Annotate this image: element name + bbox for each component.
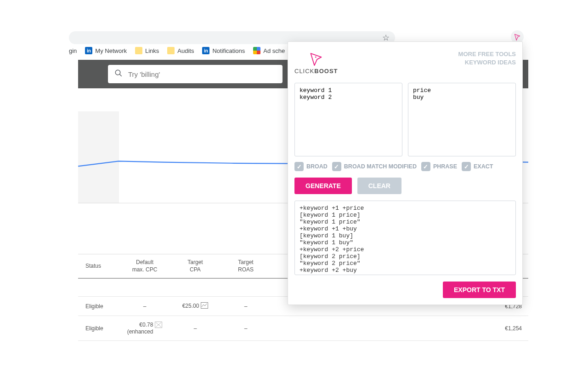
export-button[interactable]: EXPORT TO TXT	[443, 282, 516, 298]
generate-button[interactable]: GENERATE	[294, 178, 352, 194]
col-target-roas[interactable]: TargetROAS	[220, 254, 271, 279]
svg-point-1	[115, 70, 120, 75]
modifiers-input[interactable]	[408, 83, 516, 156]
folder-icon	[167, 47, 175, 54]
link-keyword-ideas[interactable]: KEYWORD IDEAS	[458, 58, 516, 67]
checkbox-exact[interactable]: ✓EXACT	[462, 162, 493, 171]
clear-button[interactable]: CLEAR	[357, 178, 401, 194]
check-icon: ✓	[294, 162, 304, 171]
folder-icon	[135, 47, 142, 54]
col-status[interactable]: Status	[78, 254, 119, 279]
output-textarea[interactable]: +keyword +1 +price [keyword 1 price] "ke…	[295, 201, 515, 275]
check-icon: ✓	[421, 162, 430, 171]
bookmark-item[interactable]: inMy Network	[85, 47, 127, 54]
bookmark-item[interactable]: Ad sche	[253, 47, 285, 54]
checkbox-phrase[interactable]: ✓PHRASE	[421, 162, 457, 171]
linkedin-icon: in	[202, 47, 209, 54]
sparkline-icon	[155, 322, 162, 329]
bookmark-item[interactable]: gin	[69, 47, 77, 54]
check-icon: ✓	[332, 162, 341, 171]
bookmark-item[interactable]: inNotifications	[202, 47, 245, 54]
col-default-cpc[interactable]: Defaultmax. CPC	[119, 254, 170, 279]
svg-point-0	[517, 36, 517, 36]
clickboost-logo: CLICKBOOST	[294, 50, 338, 75]
search-box[interactable]	[108, 65, 283, 83]
link-more-tools[interactable]: MORE FREE TOOLS	[458, 50, 516, 58]
bookmark-item[interactable]: Audits	[167, 47, 194, 54]
col-target-cpa[interactable]: TargetCPA	[170, 254, 220, 279]
svg-point-7	[315, 57, 317, 58]
search-icon	[114, 69, 123, 80]
linkedin-icon: in	[85, 47, 92, 54]
check-icon: ✓	[462, 162, 471, 171]
keywords-input[interactable]	[294, 83, 402, 156]
bookmarks-bar: gin inMy Network Links Audits inNotifica…	[69, 47, 285, 54]
table-row[interactable]: Eligible €0.78(enhanced – – €1,254	[78, 316, 528, 341]
clickboost-popup: CLICKBOOST MORE FREE TOOLS KEYWORD IDEAS…	[288, 41, 523, 305]
bookmark-item[interactable]: Links	[135, 47, 159, 54]
svg-line-2	[119, 74, 122, 76]
checkbox-bmm[interactable]: ✓BROAD MATCH MODIFIED	[332, 162, 417, 171]
google-ads-icon	[253, 47, 260, 54]
checkbox-broad[interactable]: ✓BROAD	[294, 162, 328, 171]
sparkline-icon	[201, 302, 208, 310]
search-input[interactable]	[128, 70, 276, 78]
